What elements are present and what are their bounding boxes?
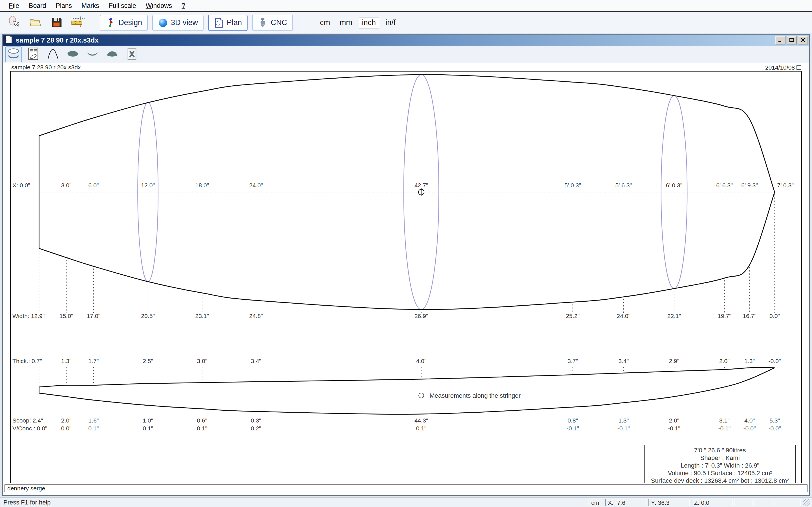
save-button[interactable] xyxy=(48,14,65,32)
plan-icon xyxy=(214,18,224,28)
3d-view-label: 3D view xyxy=(171,18,198,27)
unit-in-f[interactable]: in/f xyxy=(382,17,399,29)
svg-text:0.0": 0.0" xyxy=(769,313,780,319)
svg-text:4.0": 4.0" xyxy=(416,358,426,364)
menu-file[interactable]: File xyxy=(4,2,24,10)
canvas-filename: sample 7 28 90 r 20x.s3dx xyxy=(11,64,81,71)
window-controls xyxy=(775,36,808,45)
menu-windows[interactable]: Windows xyxy=(141,2,177,10)
slice-deck-icon xyxy=(105,47,119,61)
unit-inch[interactable]: inch xyxy=(359,17,379,29)
svg-text:-0.1": -0.1" xyxy=(566,425,579,432)
new-board-icon xyxy=(7,16,20,30)
slice-full-button[interactable] xyxy=(64,47,81,62)
svg-text:7' 0.3": 7' 0.3" xyxy=(777,182,794,188)
svg-text:-0.1": -0.1" xyxy=(617,425,630,432)
svg-text:24.8": 24.8" xyxy=(249,313,263,319)
menu-plans[interactable]: Plans xyxy=(51,2,77,10)
3d-view-button[interactable]: 3D view xyxy=(152,15,204,31)
3dview-icon xyxy=(158,18,168,28)
status-bar: Press F1 for help cmX: -7.6Y: 36.3Z: 0.0 xyxy=(0,497,812,507)
svg-text:3.4": 3.4" xyxy=(251,358,261,364)
svg-text:-0.1": -0.1" xyxy=(668,425,680,432)
plan-button[interactable]: Plan xyxy=(208,15,248,31)
menu-board[interactable]: Board xyxy=(24,2,51,10)
board-plot[interactable]: X: 0.0"Width: 12.9"Thick.: 0.7"Scoop: 2.… xyxy=(10,71,802,483)
foil-view-button[interactable] xyxy=(45,47,61,62)
title-bar[interactable]: sample 7 28 90 r 20x.s3dx xyxy=(3,35,809,46)
svg-text:1.7": 1.7" xyxy=(88,358,99,364)
excel-export-button[interactable] xyxy=(123,47,140,62)
svg-text:2.0": 2.0" xyxy=(719,358,730,364)
svg-text:2.0": 2.0" xyxy=(669,417,679,424)
shape3d-app: FileBoardPlansMarksFull scaleWindows? 1 … xyxy=(0,0,812,507)
new-board-button[interactable] xyxy=(5,14,22,32)
outline-view-icon xyxy=(7,47,20,61)
status-help: Press F1 for help xyxy=(3,499,51,506)
menu-marks[interactable]: Marks xyxy=(77,2,104,10)
canvas-date: 2014/10/08 xyxy=(765,64,795,71)
status-x-pane: X: -7.6 xyxy=(605,499,647,506)
maximize-icon xyxy=(789,37,795,44)
svg-text:Thick.: 0.7": Thick.: 0.7" xyxy=(12,358,42,364)
author-label: dennery serge xyxy=(7,485,45,492)
design-label: Design xyxy=(118,18,142,27)
resize-grip[interactable] xyxy=(803,499,810,506)
status-panes: cmX: -7.6Y: 36.3Z: 0.0 xyxy=(587,499,801,506)
outline-view-button[interactable] xyxy=(5,47,22,62)
svg-text:-0.1": -0.1" xyxy=(718,425,731,432)
drawing-canvas[interactable]: sample 7 28 90 r 20x.s3dx 2014/10/08 X: … xyxy=(3,63,809,495)
svg-text:0.1": 0.1" xyxy=(416,425,426,432)
menu-help[interactable]: ? xyxy=(177,2,190,10)
save-icon xyxy=(50,16,63,30)
svg-text:Volume : 90.5 l Surface : 12: Volume : 90.5 l Surface : 12405.2 cm² xyxy=(668,469,772,476)
mode-buttons: Design3D viewPlanCNC xyxy=(100,15,293,31)
open-button[interactable] xyxy=(27,14,44,32)
info-box: 7'0." 26,6 " 90litresShaper : KamiLength… xyxy=(644,445,796,483)
author-box: dennery serge xyxy=(4,485,808,492)
svg-text:0.8": 0.8" xyxy=(567,417,578,424)
view-toolbar xyxy=(3,46,809,63)
svg-text:1.0": 1.0" xyxy=(143,417,153,424)
design-button[interactable]: Design xyxy=(100,15,148,31)
unit-selector: cmmminchin/f xyxy=(317,17,399,29)
svg-text:25.2": 25.2" xyxy=(566,313,580,319)
minimize-icon xyxy=(777,37,783,44)
svg-text:2.0": 2.0" xyxy=(61,417,71,424)
svg-text:1 0: 1 0 xyxy=(73,22,77,25)
window-title: sample 7 28 90 r 20x.s3dx xyxy=(16,36,99,44)
date-checkbox[interactable] xyxy=(797,65,801,70)
minimize-button[interactable] xyxy=(775,36,785,45)
svg-text:5' 6.3": 5' 6.3" xyxy=(615,182,631,188)
svg-text:22.1": 22.1" xyxy=(667,313,681,319)
status-y-pane: Y: 36.3 xyxy=(649,499,690,506)
document-icon xyxy=(4,35,13,45)
close-button[interactable] xyxy=(798,36,808,45)
slice-deck-button[interactable] xyxy=(104,47,121,62)
cnc-button[interactable]: CNC xyxy=(252,15,293,31)
svg-text:6' 6.3": 6' 6.3" xyxy=(716,182,732,188)
svg-text:0.2": 0.2" xyxy=(251,425,261,432)
measure-button[interactable]: 1 0 xyxy=(69,14,87,32)
status-empty-pane-2 xyxy=(755,499,773,506)
menu-full-scale[interactable]: Full scale xyxy=(104,2,141,10)
plan-view xyxy=(39,75,775,309)
document-window: sample 7 28 90 r 20x.s3dx sample 7 28 90… xyxy=(2,34,810,496)
svg-text:26.9": 26.9" xyxy=(414,313,428,319)
slice-bottom-button[interactable] xyxy=(84,47,101,62)
svg-text:24.0": 24.0" xyxy=(617,313,630,319)
svg-text:0.1": 0.1" xyxy=(197,425,207,432)
measure-icon: 1 0 xyxy=(71,16,85,30)
excel-icon xyxy=(125,47,139,61)
status-empty-pane-1 xyxy=(735,499,753,506)
svg-text:2.9": 2.9" xyxy=(669,358,679,364)
unit-mm[interactable]: mm xyxy=(336,17,356,29)
status-unit-pane: cm xyxy=(589,499,603,506)
menu-bar: FileBoardPlansMarksFull scaleWindows? xyxy=(0,0,812,12)
status-z-pane: Z: 0.0 xyxy=(692,499,733,506)
maximize-button[interactable] xyxy=(786,36,797,45)
svg-text:5' 0.3": 5' 0.3" xyxy=(564,182,581,188)
spec-sheet-button[interactable] xyxy=(25,47,42,62)
svg-text:-0.0": -0.0" xyxy=(769,358,781,364)
unit-cm[interactable]: cm xyxy=(317,17,334,29)
